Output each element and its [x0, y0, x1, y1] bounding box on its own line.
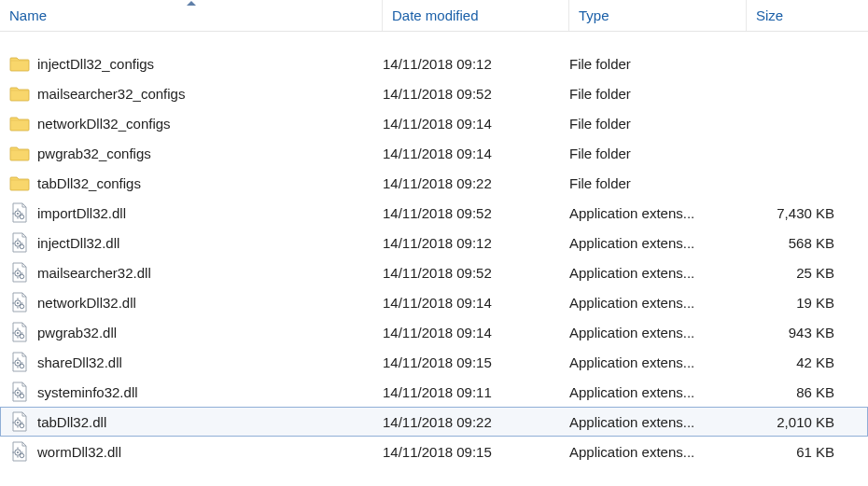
folder-icon	[9, 113, 30, 133]
file-row[interactable]: networkDll32.dll14/11/2018 09:14Applicat…	[0, 287, 868, 317]
file-name-label: systeminfo32.dll	[37, 384, 138, 400]
file-type-cell: File folder	[569, 175, 747, 191]
file-name-cell: shareDll32.dll	[0, 352, 383, 372]
dll-file-icon	[9, 202, 30, 223]
column-header-date-label: Date modified	[392, 7, 479, 23]
file-row[interactable]: tabDll32_configs14/11/2018 09:22File fol…	[0, 168, 868, 198]
dll-file-icon	[9, 352, 30, 372]
file-date-cell: 14/11/2018 09:11	[383, 384, 569, 400]
file-name-cell: mailsearcher32_configs	[0, 83, 383, 104]
file-list-view: Name Date modified Type Size injectDll32…	[0, 0, 868, 486]
file-name-cell: tabDll32.dll	[0, 411, 383, 432]
file-date-cell: 14/11/2018 09:15	[383, 444, 569, 460]
file-type-cell: Application extens...	[569, 265, 747, 281]
file-type-cell: File folder	[569, 86, 747, 102]
file-date-cell: 14/11/2018 09:14	[383, 116, 569, 132]
file-row[interactable]: importDll32.dll14/11/2018 09:52Applicati…	[0, 198, 868, 228]
folder-icon	[9, 143, 30, 163]
column-header-size[interactable]: Size	[747, 0, 868, 31]
dll-file-icon	[9, 292, 30, 312]
file-row[interactable]: wormDll32.dll14/11/2018 09:15Application…	[0, 437, 868, 466]
file-row[interactable]: shareDll32.dll14/11/2018 09:15Applicatio…	[0, 347, 868, 377]
file-name-cell: pwgrab32_configs	[0, 143, 383, 163]
file-row[interactable]: systeminfo32.dll14/11/2018 09:11Applicat…	[0, 377, 868, 407]
file-name-cell: pwgrab32.dll	[0, 322, 383, 342]
file-row[interactable]: mailsearcher32_configs14/11/2018 09:52Fi…	[0, 78, 868, 108]
file-date-cell: 14/11/2018 09:15	[383, 354, 569, 370]
file-name-label: wormDll32.dll	[37, 444, 121, 460]
file-size-cell: 7,430 KB	[747, 205, 849, 221]
file-name-cell: injectDll32.dll	[0, 232, 383, 253]
file-row[interactable]: injectDll32.dll14/11/2018 09:12Applicati…	[0, 228, 868, 257]
file-type-cell: Application extens...	[569, 384, 747, 400]
file-size-cell: 42 KB	[747, 354, 849, 370]
file-type-cell: Application extens...	[569, 414, 747, 430]
file-name-cell: systeminfo32.dll	[0, 382, 383, 402]
file-size-cell: 943 KB	[747, 325, 849, 340]
file-size-cell: 19 KB	[747, 295, 849, 311]
file-date-cell: 14/11/2018 09:14	[383, 325, 569, 340]
file-name-label: tabDll32_configs	[37, 175, 141, 191]
column-header-type-label: Type	[579, 7, 609, 23]
folder-icon	[9, 173, 30, 193]
file-type-cell: Application extens...	[569, 295, 747, 311]
file-date-cell: 14/11/2018 09:14	[383, 146, 569, 161]
file-row[interactable]: pwgrab32.dll14/11/2018 09:14Application …	[0, 317, 868, 347]
dll-file-icon	[9, 441, 30, 462]
file-type-cell: Application extens...	[569, 354, 747, 370]
column-header-type[interactable]: Type	[569, 0, 747, 31]
file-type-cell: Application extens...	[569, 205, 747, 221]
file-name-cell: mailsearcher32.dll	[0, 262, 383, 283]
sort-ascending-icon	[187, 1, 196, 6]
file-type-cell: File folder	[569, 146, 747, 161]
file-name-label: mailsearcher32.dll	[37, 265, 151, 281]
file-name-cell: networkDll32_configs	[0, 113, 383, 133]
file-name-label: pwgrab32.dll	[37, 325, 117, 340]
folder-icon	[9, 83, 30, 104]
file-name-label: mailsearcher32_configs	[37, 86, 185, 102]
file-row[interactable]: pwgrab32_configs14/11/2018 09:14File fol…	[0, 138, 868, 168]
file-size-cell: 568 KB	[747, 235, 849, 251]
file-date-cell: 14/11/2018 09:12	[383, 56, 569, 72]
file-rows-container: injectDll32_configs14/11/2018 09:12File …	[0, 32, 868, 466]
file-size-cell: 61 KB	[747, 444, 849, 460]
dll-file-icon	[9, 262, 30, 283]
file-name-label: injectDll32.dll	[37, 235, 119, 251]
file-date-cell: 14/11/2018 09:22	[383, 414, 569, 430]
file-type-cell: Application extens...	[569, 235, 747, 251]
file-date-cell: 14/11/2018 09:52	[383, 205, 569, 221]
file-type-cell: File folder	[569, 56, 747, 72]
file-type-cell: Application extens...	[569, 325, 747, 340]
file-name-label: injectDll32_configs	[37, 56, 154, 72]
column-header-size-label: Size	[756, 7, 783, 23]
file-row[interactable]: tabDll32.dll14/11/2018 09:22Application …	[0, 407, 868, 437]
dll-file-icon	[9, 411, 30, 432]
dll-file-icon	[9, 322, 30, 342]
file-name-label: shareDll32.dll	[37, 354, 122, 370]
file-name-cell: tabDll32_configs	[0, 173, 383, 193]
file-name-label: tabDll32.dll	[37, 414, 106, 430]
file-date-cell: 14/11/2018 09:22	[383, 175, 569, 191]
file-size-cell: 2,010 KB	[747, 414, 849, 430]
folder-icon	[9, 53, 30, 74]
column-header-name-label: Name	[9, 7, 47, 23]
file-name-label: pwgrab32_configs	[37, 146, 151, 161]
column-header-date[interactable]: Date modified	[383, 0, 569, 31]
file-row[interactable]: injectDll32_configs14/11/2018 09:12File …	[0, 49, 868, 78]
file-type-cell: Application extens...	[569, 444, 747, 460]
file-name-cell: injectDll32_configs	[0, 53, 383, 74]
column-header-row: Name Date modified Type Size	[0, 0, 868, 32]
file-name-cell: importDll32.dll	[0, 202, 383, 223]
file-type-cell: File folder	[569, 116, 747, 132]
column-header-name[interactable]: Name	[0, 0, 383, 31]
file-date-cell: 14/11/2018 09:52	[383, 86, 569, 102]
dll-file-icon	[9, 382, 30, 402]
file-name-cell: networkDll32.dll	[0, 292, 383, 312]
file-row[interactable]: mailsearcher32.dll14/11/2018 09:52Applic…	[0, 257, 868, 287]
file-date-cell: 14/11/2018 09:12	[383, 235, 569, 251]
file-name-label: networkDll32.dll	[37, 295, 136, 311]
file-name-cell: wormDll32.dll	[0, 441, 383, 462]
file-date-cell: 14/11/2018 09:52	[383, 265, 569, 281]
file-name-label: networkDll32_configs	[37, 116, 171, 132]
file-row[interactable]: networkDll32_configs14/11/2018 09:14File…	[0, 108, 868, 138]
